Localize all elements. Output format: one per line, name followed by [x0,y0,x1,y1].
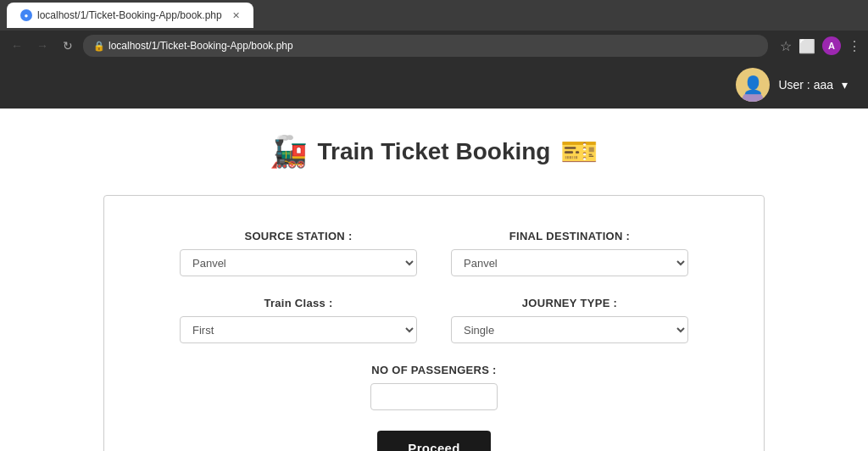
btn-row: Proceed [155,431,713,451]
user-dropdown-arrow[interactable]: ▾ [842,78,848,92]
train-class-group: Train Class : First Second Third Sleeper… [180,297,417,343]
source-station-select[interactable]: Panvel Mumbai Pune Nashik [180,249,417,276]
ticket-emoji: 🎫 [560,134,598,170]
user-label: User : aaa [778,78,833,92]
train-class-select[interactable]: First Second Third Sleeper AC [180,316,417,343]
proceed-button[interactable]: Proceed [377,431,490,451]
avatar-face: 👤 [743,75,764,95]
toolbar-right: ☆ ⬜ A ⋮ [780,36,861,55]
form-row-2: Train Class : First Second Third Sleeper… [155,297,713,343]
passengers-input[interactable] [370,383,498,410]
active-tab[interactable]: ● localhost/1/Ticket-Booking-App/book.ph… [7,3,253,28]
final-destination-group: FINAL DESTINATION : Panvel Mumbai Pune N… [451,230,688,276]
form-container: SOURCE STATION : Panvel Mumbai Pune Nash… [103,195,765,451]
final-destination-select[interactable]: Panvel Mumbai Pune Nashik [451,249,688,276]
train-emoji: 🚂 [270,134,308,170]
user-info: 👤 User : aaa ▾ [736,68,848,102]
menu-icon[interactable]: ⋮ [848,38,861,54]
final-destination-label: FINAL DESTINATION : [451,230,688,242]
page-title-text: Train Ticket Booking [318,138,551,165]
star-icon[interactable]: ☆ [780,38,792,54]
address-text: localhost/1/Ticket-Booking-App/book.php [108,40,293,52]
journey-type-group: JOURNEY TYPE : Single Return [451,297,688,343]
source-station-group: SOURCE STATION : Panvel Mumbai Pune Nash… [180,230,417,276]
extensions-icon[interactable]: ⬜ [798,38,815,54]
train-class-label: Train Class : [180,297,417,309]
journey-type-label: JOURNEY TYPE : [451,297,688,309]
tab-close-btn[interactable]: ✕ [232,10,240,21]
passengers-group: NO OF PASSENGERS : [155,364,713,410]
journey-type-select[interactable]: Single Return [451,316,688,343]
source-station-label: SOURCE STATION : [180,230,417,242]
reload-button[interactable]: ↻ [58,36,78,56]
forward-button[interactable]: → [32,36,53,56]
profile-circle[interactable]: A [822,36,841,55]
form-row-1: SOURCE STATION : Panvel Mumbai Pune Nash… [155,230,713,276]
lock-icon: 🔒 [93,41,105,52]
browser-chrome: ● localhost/1/Ticket-Booking-App/book.ph… [0,0,868,61]
avatar: 👤 [736,68,770,102]
tab-bar: ● localhost/1/Ticket-Booking-App/book.ph… [0,0,868,31]
tab-favicon: ● [20,9,32,21]
page-content: 🚂 Train Ticket Booking 🎫 SOURCE STATION … [0,109,868,451]
page-title: 🚂 Train Ticket Booking 🎫 [17,134,851,170]
back-button[interactable]: ← [7,36,27,56]
address-bar[interactable]: 🔒 localhost/1/Ticket-Booking-App/book.ph… [83,35,768,57]
tab-label: localhost/1/Ticket-Booking-App/book.php [37,9,222,21]
site-navbar: 👤 User : aaa ▾ [0,61,868,109]
address-bar-row: ← → ↻ 🔒 localhost/1/Ticket-Booking-App/b… [0,31,868,61]
passengers-label: NO OF PASSENGERS : [371,364,496,376]
